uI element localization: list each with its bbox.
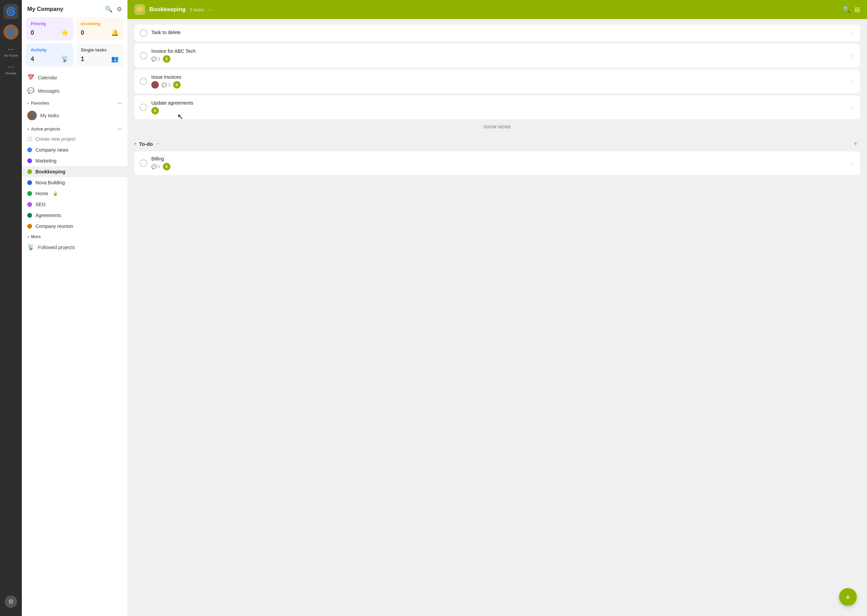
task-circle[interactable] [140, 104, 147, 111]
task-card-t1[interactable]: Task to delete ☆ [134, 25, 860, 42]
assignee-badge: S [173, 81, 181, 89]
task-star-button[interactable]: ☆ [850, 30, 855, 36]
followed-projects-label: Followed projects [38, 245, 75, 250]
incoming-label: Incoming [81, 21, 119, 26]
task-meta: 💬1S [151, 163, 846, 170]
topbar-view-icon[interactable]: ⊞ [854, 5, 860, 14]
section-menu-icon[interactable]: ··· [156, 141, 160, 147]
active-projects-more-icon[interactable]: ··· [118, 126, 122, 132]
favorites-more-icon[interactable]: ··· [118, 100, 122, 106]
task-info: Update agreements S [151, 100, 846, 115]
project-item-marketing[interactable]: Marketing [22, 156, 127, 166]
single-tasks-card[interactable]: Single tasks 1 👥 [76, 43, 123, 67]
create-project-item[interactable]: + Create new project [22, 134, 127, 145]
fab-add-button[interactable]: + [839, 588, 857, 606]
project-name-label: Agreements [35, 212, 61, 218]
my-nozbe-nav[interactable]: ⋯ My Nozbe [4, 45, 18, 57]
task-circle[interactable] [140, 78, 147, 85]
topbar-search-icon[interactable]: 🔍 [842, 5, 851, 14]
project-dot [27, 191, 32, 196]
task-info: Task to delete [151, 30, 846, 36]
project-dot [27, 202, 32, 207]
task-meta: 💬2S [151, 55, 846, 63]
task-info: Issue invoices 👤💬1S [151, 74, 846, 89]
manage-icon: ⋯ [8, 63, 14, 71]
more-section-header[interactable]: ▾ More [22, 232, 127, 240]
sidebar-nav: 📅 Calendar 💬 Messages ▾ Favorites ··· 👤 … [22, 71, 127, 616]
messages-label: Messages [38, 88, 60, 94]
section-add-button[interactable]: + [851, 139, 860, 149]
settings-icon[interactable]: ⚙ [5, 596, 17, 608]
incoming-bottom: 0 🔔 [81, 29, 119, 36]
task-title-label: Task to delete [151, 30, 846, 35]
project-name-label: Company reunion [35, 223, 73, 229]
task-card-t4[interactable]: Update agreements S ☆ [134, 96, 860, 119]
task-star-button[interactable]: ☆ [850, 79, 855, 85]
task-title-label: Invoice for ABC Tech [151, 49, 846, 54]
comment-badge: 💬2 [151, 57, 160, 62]
task-circle[interactable] [140, 52, 147, 59]
project-list: Company news Marketing Bookkeeping Nova … [22, 145, 127, 232]
messages-nav-item[interactable]: 💬 Messages [22, 84, 127, 97]
project-item-agreements[interactable]: Agreements [22, 210, 127, 221]
calendar-nav-item[interactable]: 📅 Calendar [22, 71, 127, 84]
app-logo[interactable]: 🌀 [3, 4, 19, 19]
task-card-t2[interactable]: Invoice for ABC Tech 💬2S ☆ [134, 44, 860, 68]
priority-card[interactable]: Priority 0 ⭐ [26, 17, 73, 41]
user-avatar[interactable]: 👤 [3, 25, 19, 39]
section-header: ▾ To-do ··· + [134, 137, 860, 151]
task-circle[interactable] [140, 159, 147, 167]
activity-card[interactable]: Activity 4 📡 [26, 43, 73, 67]
task-info: Invoice for ABC Tech 💬2S [151, 49, 846, 63]
comment-badge: 💬1 [151, 164, 160, 169]
comment-icon: 💬 [162, 82, 167, 88]
task-star-button[interactable]: ☆ [850, 52, 855, 59]
task-list-area: Task to delete ☆ Invoice for ABC Tech 💬2… [127, 19, 867, 616]
task-title-label: Billing [151, 156, 846, 162]
project-icon: 🪙 [136, 6, 143, 13]
favorites-chevron-icon: ▾ [27, 102, 29, 105]
create-project-label: Create new project [35, 136, 76, 142]
show-more-button[interactable]: SHOW MORE [134, 121, 860, 133]
manage-nav[interactable]: ⋯ Manage [5, 63, 17, 75]
my-tasks-item[interactable]: 👤 My tasks [22, 108, 127, 123]
incoming-card[interactable]: Incoming 0 🔔 [76, 17, 123, 41]
task-card-t5[interactable]: Billing 💬1S ☆ [134, 151, 860, 175]
comment-icon: 💬 [151, 57, 157, 62]
assignee-badge: S [163, 55, 170, 63]
task-card-t3[interactable]: Issue invoices 👤💬1S ☆ [134, 69, 860, 93]
task-circle[interactable] [140, 29, 147, 37]
calendar-label: Calendar [38, 75, 57, 80]
comment-icon: 💬 [151, 164, 157, 169]
project-item-company-news[interactable]: Company news [22, 145, 127, 156]
task-avatar: 👤 [151, 81, 159, 89]
active-projects-section-header[interactable]: ▾ Active projects ··· [22, 123, 127, 134]
task-star-button[interactable]: ☆ [850, 160, 855, 167]
project-dot [27, 159, 32, 163]
settings-gear-icon[interactable]: ⚙ [116, 5, 122, 13]
project-item-company-reunion[interactable]: Company reunion [22, 221, 127, 232]
project-dot [27, 169, 32, 174]
project-name-label: Company news [35, 147, 69, 152]
sidebar-header: My Company 🔍 ⚙ [22, 0, 127, 17]
incoming-bell-icon: 🔔 [111, 29, 119, 36]
project-item-nova-building[interactable]: Nova Building [22, 177, 127, 188]
project-item-home[interactable]: Home 🔒 [22, 188, 127, 199]
main-content: 🪙 Bookkeeping 5 tasks ··· 🔍 ⊞ Task to de… [127, 0, 867, 616]
activity-label: Activity [31, 47, 69, 52]
project-item-bookkeeping[interactable]: Bookkeeping [22, 166, 127, 177]
task-title-label: Update agreements [151, 100, 846, 105]
section-chevron-icon[interactable]: ▾ [134, 141, 136, 146]
activity-feed-icon: 📡 [61, 55, 69, 63]
task-star-button[interactable]: ☆ [850, 104, 855, 111]
project-item-seo[interactable]: SEO [22, 199, 127, 210]
header-icons: 🔍 ⚙ [105, 5, 122, 13]
task-meta: S [151, 107, 846, 115]
followed-projects-item[interactable]: 📡 Followed projects [22, 240, 127, 254]
nozbe-icon: ⋯ [8, 45, 14, 53]
search-icon[interactable]: 🔍 [105, 5, 112, 13]
favorites-section-header[interactable]: ▾ Favorites ··· [22, 97, 127, 108]
topbar-more-icon[interactable]: ··· [208, 6, 213, 13]
priority-bottom: 0 ⭐ [31, 29, 69, 36]
incoming-count: 0 [81, 29, 84, 36]
